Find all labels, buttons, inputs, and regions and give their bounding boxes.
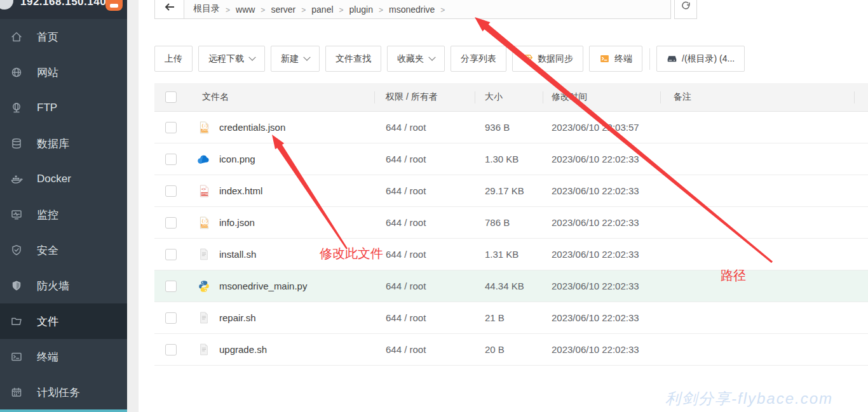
sidebar-item-home[interactable]: 首页 [0, 19, 127, 55]
button-label: 收藏夹 [397, 53, 424, 65]
breadcrumb-segment[interactable]: panel [311, 4, 333, 15]
chevron-down-icon [428, 53, 435, 60]
new-button[interactable]: 新建 [271, 46, 320, 72]
watermark: 利剑分享-flybace.com [665, 389, 833, 409]
toolbar-divider [649, 48, 650, 70]
sync-button[interactable]: 数据同步 [512, 46, 583, 72]
file-name[interactable]: repair.sh [219, 312, 256, 323]
row-checkbox[interactable] [165, 122, 177, 133]
button-label: 分享列表 [461, 53, 496, 65]
disk-selector-button[interactable]: /(根目录) (4... [656, 46, 745, 72]
share-button[interactable]: 分享列表 [451, 46, 506, 72]
sidebar-item-label: 安全 [37, 243, 58, 258]
file-name[interactable]: upgrade.sh [219, 344, 267, 355]
file-size: 786 B [475, 217, 543, 228]
svg-text:JSON: JSON [201, 129, 209, 132]
row-checkbox[interactable] [165, 154, 177, 165]
file-mtime: 2023/06/10 22:02:33 [543, 281, 661, 291]
button-label: 远程下载 [208, 53, 244, 65]
file-permission: 644 / root [375, 154, 475, 164]
back-arrow-icon [164, 2, 175, 15]
file-size: 1.31 KB [475, 249, 543, 260]
select-all-checkbox[interactable] [165, 91, 177, 103]
breadcrumb-separator: > [339, 6, 344, 15]
file-permission: 644 / root [375, 185, 475, 196]
sidebar-item-site[interactable]: 网站 [0, 55, 127, 90]
row-checkbox[interactable] [165, 185, 177, 197]
monitor-icon [10, 208, 23, 221]
database-icon [10, 137, 23, 150]
sidebar-item-label: 计划任务 [37, 385, 80, 400]
breadcrumb-segment[interactable]: msonedrive [389, 4, 435, 15]
back-button[interactable] [154, 0, 184, 19]
upload-button[interactable]: 上传 [154, 46, 193, 72]
sidebar-item-label: 网站 [37, 65, 58, 80]
col-size: 大小 [475, 91, 543, 103]
file-mtime: 2023/06/10 22:02:33 [543, 312, 661, 323]
sh-file-icon [197, 311, 211, 324]
sidebar-item-label: 监控 [37, 208, 58, 222]
col-filename: 文件名 [191, 91, 375, 103]
search-button[interactable]: 文件查找 [325, 46, 381, 72]
message-badge[interactable] [105, 0, 123, 11]
favorite-button[interactable]: 收藏夹 [387, 46, 445, 72]
table-row: {:}JSON info.json 644 / root 786 B 2023/… [154, 207, 868, 239]
sidebar-bottom-strip [0, 409, 127, 412]
row-checkbox[interactable] [165, 249, 177, 260]
sidebar-item-terminal[interactable]: 终端 [0, 339, 127, 375]
button-label: 上传 [165, 53, 182, 65]
py-file-icon [197, 279, 211, 293]
file-name[interactable]: install.sh [219, 249, 256, 260]
sidebar-item-label: Docker [37, 173, 71, 185]
sidebar-item-label: 首页 [37, 30, 58, 44]
row-checkbox[interactable] [165, 344, 177, 356]
sidebar-item-monitor[interactable]: 监控 [0, 197, 127, 232]
file-name[interactable]: msonedrive_main.py [219, 281, 307, 291]
terminal-orange-icon [599, 53, 610, 64]
table-row: msonedrive_main.py 644 / root 44.34 KB 2… [154, 270, 868, 302]
sidebar-item-cron[interactable]: 计划任务 [0, 375, 127, 410]
table-row: repair.sh 644 / root 21 B 2023/06/10 22:… [154, 302, 868, 334]
sidebar-item-label: 文件 [37, 314, 58, 329]
sidebar-item-security[interactable]: 安全 [0, 232, 127, 268]
file-name[interactable]: info.json [219, 217, 255, 228]
column-divider [660, 91, 661, 103]
server-ip: 192.168.150.140 [20, 0, 106, 8]
row-checkbox[interactable] [165, 281, 177, 292]
sidebar-item-files[interactable]: 文件 [0, 303, 127, 339]
breadcrumb-segment[interactable]: plugin [349, 4, 373, 15]
svg-text:{:}: {:} [201, 123, 208, 128]
breadcrumb-segment[interactable]: www [236, 4, 255, 15]
row-checkbox[interactable] [165, 312, 177, 324]
breadcrumb-separator: > [379, 6, 383, 15]
table-row: icon.png 644 / root 1.30 KB 2023/06/10 2… [154, 143, 868, 175]
gem-icon [522, 53, 533, 64]
sidebar: 192.168.150.140 首页网站FTP数据库Docker监控安全防火墙文… [0, 0, 127, 412]
avatar [0, 0, 13, 10]
breadcrumb-separator: > [226, 6, 230, 15]
calendar-icon [10, 386, 23, 399]
bt-panel-file-manager: 192.168.150.140 首页网站FTP数据库Docker监控安全防火墙文… [0, 0, 868, 412]
sidebar-item-database[interactable]: 数据库 [0, 126, 127, 161]
refresh-icon [681, 1, 691, 14]
table-header: 文件名 权限 / 所有者 大小 修改时间 备注 [154, 83, 868, 112]
file-name[interactable]: index.html [219, 185, 262, 196]
breadcrumb-segment[interactable]: server [271, 4, 295, 15]
file-name[interactable]: credentials.json [219, 122, 285, 133]
file-permission: 644 / root [375, 249, 475, 260]
file-mtime: 2023/06/10 22:02:33 [543, 185, 661, 196]
sidebar-item-docker[interactable]: Docker [0, 161, 127, 197]
row-checkbox[interactable] [165, 217, 177, 229]
sidebar-item-ftp[interactable]: FTP [0, 90, 127, 126]
file-name[interactable]: icon.png [219, 154, 255, 164]
breadcrumb: 根目录>www>server>panel>plugin>msonedrive> [184, 0, 671, 19]
terminal-button[interactable]: 终端 [589, 46, 642, 72]
sidebar-item-label: FTP [37, 102, 57, 114]
remote-button[interactable]: 远程下载 [198, 46, 265, 72]
shield-check-icon [10, 244, 23, 256]
breadcrumb-separator: > [261, 6, 265, 15]
sidebar-item-firewall[interactable]: 防火墙 [0, 268, 127, 303]
refresh-button[interactable] [674, 0, 697, 19]
breadcrumb-segment[interactable]: 根目录 [193, 3, 220, 15]
col-note: 备注 [661, 91, 868, 103]
